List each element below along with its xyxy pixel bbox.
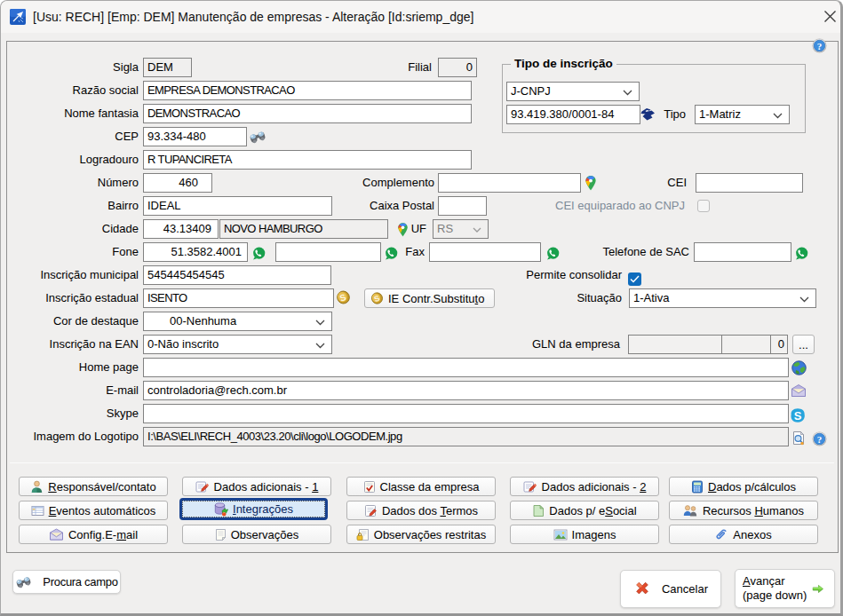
svg-text:?: ? [817,41,823,51]
svg-text:?: ? [817,434,823,445]
svg-text:S: S [794,409,802,423]
